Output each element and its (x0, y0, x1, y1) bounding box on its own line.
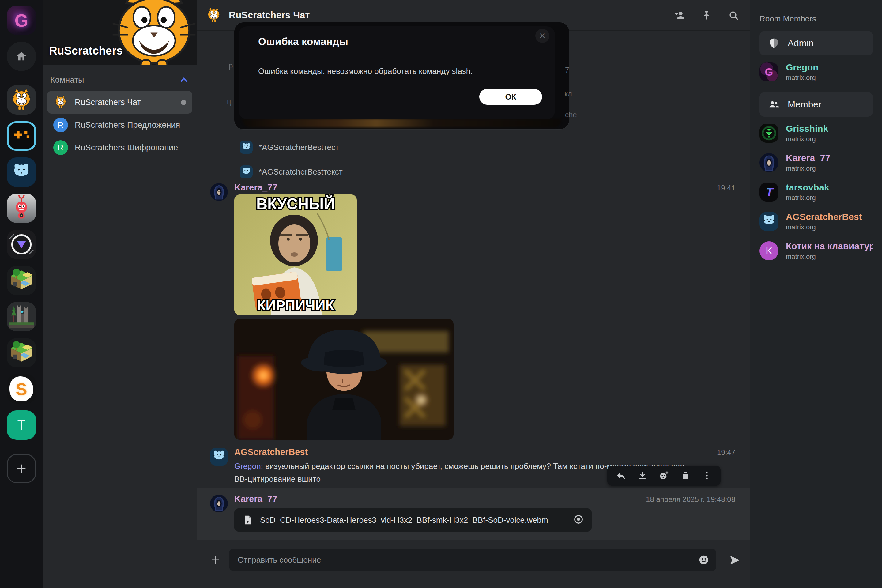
emote-message[interactable]: *AGScratcherBestтекст (240, 165, 735, 178)
avatar-gregon (759, 63, 778, 81)
role-section-admin[interactable]: Admin (759, 31, 873, 56)
pixel-castle-icon (7, 302, 36, 332)
more-options-icon[interactable] (702, 470, 712, 481)
message-karera-images[interactable]: Karera_77 19:41 (197, 183, 750, 440)
member-row-grisshink[interactable]: Grisshink matrix.org (759, 120, 873, 146)
space-robot[interactable] (7, 194, 36, 223)
reply-icon[interactable] (616, 470, 626, 481)
message-ags[interactable]: AGScratcherBest 19:47 Gregon: визуальный… (197, 447, 750, 485)
obscured-text-fragment: p (229, 62, 233, 70)
avatar-karera (759, 153, 778, 172)
avatar[interactable] (210, 448, 228, 465)
role-label: Member (788, 99, 821, 110)
room-item-chat[interactable]: RuScratchers Чат (47, 91, 192, 114)
member-row-ags[interactable]: AGScratcherBest matrix.org (759, 208, 873, 234)
avatar[interactable] (240, 141, 253, 154)
video-attachment[interactable]: p ц 7 кл che Ошибка команды Ошибка коман… (234, 22, 569, 129)
room-avatar-r: R (53, 118, 68, 132)
download-icon[interactable] (637, 470, 648, 481)
attach-plus-icon[interactable] (210, 554, 221, 567)
message-karera-file[interactable]: Karera_77 18 апреля 2025 г. 19:48:08 SoD… (197, 494, 750, 532)
avatar[interactable] (240, 165, 253, 178)
sender-name[interactable]: AGScratcherBest (234, 447, 308, 457)
home-icon (15, 50, 28, 63)
sender-name[interactable]: Karera_77 (234, 183, 277, 193)
message-line2: ВВ-цитирование вшито (234, 474, 321, 484)
avatar-ags (759, 212, 778, 231)
chevron-up-icon[interactable] (179, 75, 189, 85)
member-name: Котик на клавиатуре (786, 241, 873, 251)
dialog-title: Ошибка команды (258, 36, 542, 48)
rail-divider (12, 447, 30, 447)
emoji-picker-icon[interactable] (698, 554, 710, 566)
member-row-gregon[interactable]: Gregon matrix.org (759, 59, 873, 85)
message-timeline[interactable]: p ц 7 кл che Ошибка команды Ошибка коман… (197, 31, 750, 544)
avatar[interactable] (210, 495, 228, 512)
space-title: RuScratchers (49, 44, 123, 57)
blue-cat-icon (9, 159, 34, 185)
file-attachment[interactable]: SoD_CD-Heroes3-Data-Heroes3_vid-H3x2_BBf… (234, 508, 592, 532)
space-triangle[interactable] (7, 230, 36, 259)
invite-user-icon[interactable] (674, 10, 685, 21)
obscured-text-fragment: кл (564, 90, 572, 98)
add-space-button[interactable] (7, 454, 36, 483)
dialog-message: Ошибка команды: невозможно обработать ко… (258, 66, 542, 76)
preview-eye-icon[interactable] (573, 514, 584, 526)
home-button[interactable] (7, 42, 36, 71)
message-input-container[interactable] (229, 549, 716, 571)
add-reaction-icon[interactable] (659, 470, 669, 481)
user-avatar[interactable]: G (7, 6, 36, 35)
rail-divider (12, 78, 30, 78)
pin-icon[interactable] (701, 10, 712, 21)
blue-cat-avatar (210, 448, 228, 465)
chat-column: RuScratchers Чат p ц 7 к (197, 0, 750, 588)
room-avatar-scratch-cat (53, 95, 68, 110)
member-name: Karera_77 (786, 153, 830, 163)
image-attachment-brick-meme[interactable]: ВКУСНЫЙ КИРПИЧИК (234, 195, 357, 315)
file-name: SoD_CD-Heroes3-Data-Heroes3_vid-H3x2_BBf… (260, 515, 548, 525)
member-row-karera[interactable]: Karera_77 matrix.org (759, 150, 873, 176)
hooded-figure-avatar (210, 495, 228, 512)
user-mention[interactable]: Gregon (234, 462, 261, 471)
people-icon (768, 99, 780, 110)
video-file-icon (242, 514, 253, 525)
avatar-kotik: K (759, 242, 778, 260)
room-item-encryption[interactable]: R RuScratchers Шифрование (47, 136, 192, 159)
space-scratch-s[interactable]: S (7, 374, 36, 404)
voxel-island-icon (7, 266, 36, 295)
header-actions (674, 10, 739, 21)
space-bluecat[interactable] (7, 158, 36, 187)
member-server: matrix.org (786, 165, 830, 172)
send-icon[interactable] (729, 554, 741, 567)
space-games-selected[interactable] (7, 121, 36, 151)
image-attachment-cowboy[interactable] (234, 319, 453, 440)
delete-icon[interactable] (680, 470, 691, 481)
command-error-dialog: Ошибка команды Ошибка команды: невозможн… (239, 26, 555, 119)
space-voxel-island-2[interactable] (7, 338, 36, 368)
rooms-category[interactable]: Комнаты (43, 64, 196, 91)
role-section-member[interactable]: Member (759, 92, 873, 117)
composer (197, 544, 750, 588)
search-icon[interactable] (728, 10, 739, 21)
space-pixel-castle[interactable] (7, 302, 36, 332)
blue-cat-avatar (240, 141, 253, 154)
s-logo-icon: S (9, 376, 33, 402)
game-controller-icon (9, 123, 34, 149)
space-banner: RuScratchers (43, 0, 196, 64)
member-row-kotik[interactable]: K Котик на клавиатуре matrix.org (759, 238, 873, 264)
avatar[interactable] (210, 183, 228, 201)
emote-message[interactable]: *AGScratcherBestтест (240, 141, 735, 154)
ok-button[interactable]: ОК (479, 89, 542, 105)
room-avatar-scratch-cat[interactable] (206, 7, 222, 24)
space-ruscratchers[interactable] (7, 85, 36, 114)
room-item-suggestions[interactable]: R RuScratchers Предложения (47, 114, 192, 136)
hooded-figure-avatar (210, 183, 228, 201)
sender-name[interactable]: Karera_77 (234, 494, 277, 504)
close-icon[interactable]: ✕ (536, 29, 549, 43)
space-voxel-island-1[interactable] (7, 266, 36, 295)
member-server: matrix.org (786, 194, 830, 202)
space-t[interactable]: T (7, 410, 36, 440)
member-row-tarsovbak[interactable]: tarsovbak matrix.org (759, 179, 873, 205)
message-input[interactable] (238, 555, 698, 565)
app-window: G S T (0, 0, 882, 588)
